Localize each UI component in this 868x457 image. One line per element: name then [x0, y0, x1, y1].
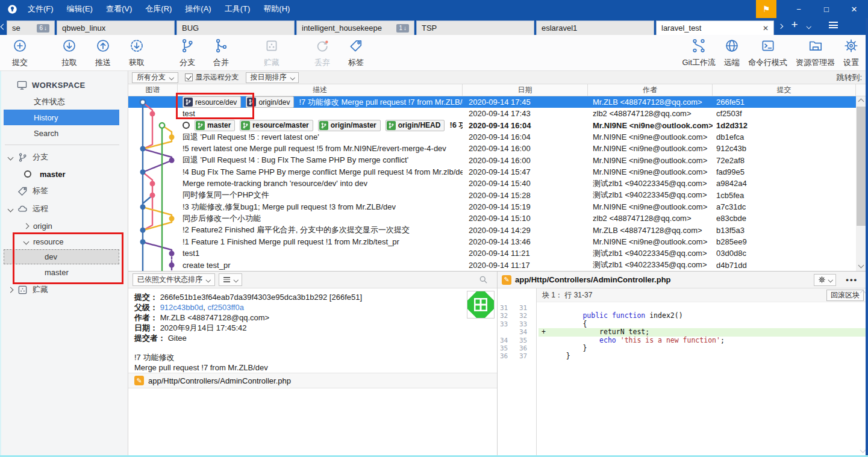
branch-label[interactable]: resource/master — [240, 120, 313, 131]
branch-filter-dropdown[interactable]: 所有分支 — [132, 72, 178, 83]
chevron-right-icon[interactable] — [23, 223, 30, 229]
commit-row[interactable]: test2020-09-14 17:43zlb2 <488747128@qq.c… — [128, 108, 856, 119]
menubar-item[interactable]: 文件(F) — [21, 4, 60, 14]
repo-tab[interactable]: BUG — [176, 20, 295, 35]
menubar-item[interactable]: 帮助(H) — [257, 4, 296, 14]
menubar-item[interactable]: 编辑(E) — [60, 4, 99, 14]
changed-file-row[interactable]: ✎ app/Http/Controllers/AdminController.p… — [128, 373, 497, 388]
branch-label[interactable]: resource/dev — [183, 96, 241, 108]
tag-button[interactable]: 标签 — [340, 38, 372, 68]
settings-button[interactable]: 设置 — [839, 38, 863, 68]
sidebar-item-branch-master[interactable]: master — [0, 166, 119, 182]
more-options-icon[interactable]: ••• — [846, 275, 858, 284]
repo-tab[interactable]: qbweb_linux — [57, 20, 175, 35]
repo-tab[interactable]: intelligent_housekeepe1↓ — [296, 20, 414, 35]
sidebar-item-history[interactable]: History — [4, 110, 119, 125]
parent-commit-link[interactable]: cf2503ff0a — [207, 303, 243, 312]
commit-row[interactable]: !3 功能修改,修复bug1; Merge pull request !3 fr… — [128, 201, 856, 213]
sidebar-item-remote-resource[interactable]: resource — [0, 234, 119, 249]
fetch-button[interactable]: 获取 — [120, 38, 153, 68]
minimize-button[interactable]: − — [785, 0, 813, 18]
commit-row[interactable]: Merge remote-tracking branch 'resource/d… — [128, 178, 856, 189]
scroll-up-icon[interactable] — [856, 96, 866, 106]
branch-label[interactable]: origin/HEAD — [386, 120, 445, 131]
commit-message: 同时修复同一个PHP文件 — [183, 190, 269, 201]
new-tab-button[interactable]: + — [792, 20, 798, 29]
pull-button[interactable]: 拉取 — [53, 38, 86, 68]
branch-label[interactable]: origin/master — [318, 120, 381, 131]
branch-label[interactable]: master — [195, 120, 235, 131]
scroll-down-icon[interactable] — [856, 261, 866, 271]
chevron-down-icon[interactable] — [8, 154, 14, 160]
column-header[interactable]: 作者 — [588, 84, 713, 96]
diff-options-dropdown[interactable] — [814, 274, 837, 286]
tab-list-dropdown-icon[interactable] — [807, 19, 811, 30]
push-button[interactable]: 推送 — [87, 38, 119, 68]
close-button[interactable]: ✕ — [840, 0, 868, 18]
file-sort-dropdown[interactable]: 已依照文件状态排序 — [133, 273, 215, 286]
repo-tab[interactable]: TSP — [416, 20, 534, 35]
menubar-item[interactable]: 工具(T) — [218, 4, 257, 14]
chevron-down-icon[interactable] — [23, 238, 30, 244]
diff-scroll-down-icon[interactable] — [860, 447, 866, 453]
remote-button[interactable]: 远端 — [720, 38, 744, 68]
branch-label[interactable]: origin/dev — [246, 96, 294, 108]
commit-row[interactable]: resource/devorigin/dev!7 功能修改 Merge pull… — [128, 96, 856, 108]
sidebar-item-branches-section[interactable]: 分支 — [0, 148, 119, 166]
sidebar-item-remote-resource-dev[interactable]: dev — [4, 249, 119, 264]
explorer-button[interactable]: 资源管理器 — [792, 38, 839, 68]
tab-close-icon[interactable]: ✕ — [763, 24, 769, 33]
commit-row[interactable]: !1 Feature 1 Finished Merge pull request… — [128, 236, 856, 247]
old-line-number — [498, 328, 517, 336]
commit-row[interactable]: !4 Bug FIx The Same PHP By merge conflic… — [128, 166, 856, 178]
menubar-item[interactable]: 查看(V) — [99, 4, 139, 14]
commit-button[interactable]: 提交 — [4, 38, 36, 68]
commit-row[interactable]: create test_pr2020-09-14 11:17测试zlb1 <94… — [128, 260, 856, 271]
menubar-item[interactable]: 操作(A) — [178, 4, 217, 14]
parent-commit-link[interactable]: 912c43bb0d — [160, 303, 204, 312]
flag-button[interactable]: ⚑ — [756, 0, 776, 18]
commit-row[interactable]: 同步后修改一个小功能2020-09-14 15:10zlb2 <48874712… — [128, 213, 856, 224]
column-header[interactable]: 描述 — [178, 84, 463, 96]
sort-dropdown[interactable]: 按日期排序 — [246, 72, 299, 83]
show-remote-checkbox[interactable]: 显示远程分支 — [185, 72, 239, 82]
commit-row[interactable]: 同时修复同一个PHP文件2020-09-14 15:28测试zlb1 <9402… — [128, 190, 856, 201]
commit-row[interactable]: masterresource/masterorigin/masterorigin… — [128, 120, 856, 131]
checkbox-checked-icon[interactable] — [185, 73, 193, 81]
maximize-button[interactable]: □ — [813, 0, 840, 18]
tab-scroll-right-icon[interactable] — [779, 19, 782, 30]
menubar-item[interactable]: 仓库(R) — [139, 4, 178, 14]
sidebar-item-tags-section[interactable]: 标签 — [0, 182, 119, 200]
git-workflow-button[interactable]: Git工作流 — [678, 38, 720, 68]
commit-date: 2020-09-14 16:04 — [463, 132, 588, 141]
rollback-hunk-button[interactable]: 回滚区块 — [826, 290, 864, 301]
hamburger-menu-icon[interactable] — [829, 22, 838, 28]
sidebar-item-remote-origin[interactable]: origin — [0, 218, 119, 234]
sidebar-item-file-status[interactable]: 文件状态 — [0, 94, 119, 110]
column-header[interactable]: 日期 — [463, 84, 588, 96]
view-mode-dropdown[interactable] — [219, 273, 243, 286]
repo-tab[interactable]: eslaravel1 — [536, 20, 654, 35]
scrollbar-thumb[interactable] — [857, 107, 866, 226]
commit-row[interactable]: test12020-09-14 11:21测试zlb1 <940223345@q… — [128, 247, 856, 259]
column-header[interactable]: 图谱 — [128, 84, 178, 96]
search-icon[interactable] — [479, 275, 488, 284]
repo-tab[interactable]: laravel_test✕ — [656, 20, 774, 35]
tab-scroll-left-icon[interactable] — [1, 20, 5, 31]
commit-row[interactable]: !5 revert latest one Merge pull request … — [128, 143, 856, 154]
sidebar-item-remote-resource-master[interactable]: master — [0, 264, 119, 281]
chevron-down-icon[interactable] — [8, 206, 14, 212]
repo-tab[interactable]: se6↓ — [7, 20, 55, 35]
branch-button[interactable]: 分支 — [171, 38, 204, 68]
commit-row[interactable]: 回退 'Pull Request !5 : revert latest one'… — [128, 131, 856, 143]
column-header[interactable]: 提交 — [713, 84, 856, 96]
sidebar-item-stash-section[interactable]: 贮藏 — [0, 281, 119, 299]
chevron-right-icon[interactable] — [8, 287, 14, 293]
sidebar-item-remotes-section[interactable]: 远程 — [0, 200, 119, 218]
terminal-button[interactable]: 命令行模式 — [744, 38, 792, 68]
commit-row[interactable]: 回退 'Pull Request !4 : Bug FIx The Same P… — [128, 155, 856, 166]
commit-list-scrollbar[interactable] — [856, 96, 866, 271]
commit-row[interactable]: !2 Feature2 Finished 扁平化合并, 分支中的多次提交显示一次… — [128, 225, 856, 236]
sidebar-item-search[interactable]: Search — [0, 125, 119, 141]
merge-button[interactable]: 合并 — [205, 38, 237, 68]
